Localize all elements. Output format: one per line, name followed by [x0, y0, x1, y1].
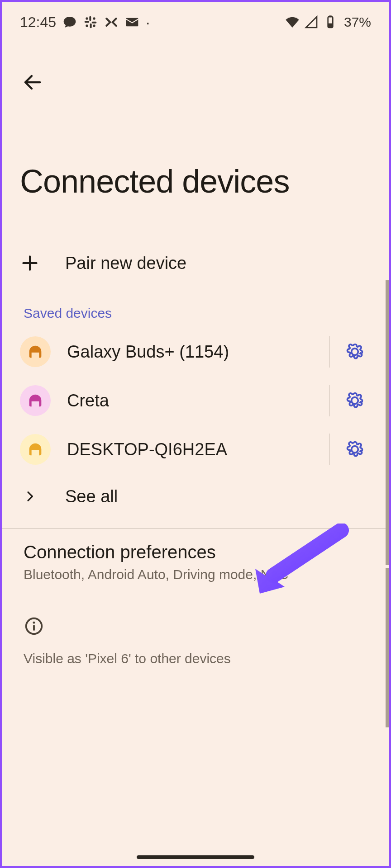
svg-rect-3 [92, 22, 97, 24]
page-title: Connected devices [2, 95, 389, 200]
status-bar-left: 12:45 · [20, 14, 150, 31]
see-all-label: See all [65, 487, 371, 506]
device-settings-button[interactable] [339, 335, 371, 368]
connection-preferences-title: Connection preferences [24, 542, 371, 562]
battery-percentage: 37% [344, 14, 371, 30]
plus-icon [20, 253, 65, 273]
device-settings-button[interactable] [339, 384, 371, 417]
chat-notification-icon [62, 15, 77, 29]
svg-rect-10 [329, 15, 331, 17]
outlook-icon [125, 15, 139, 29]
device-name[interactable]: DESKTOP-QI6H2EA [67, 440, 324, 459]
connection-preferences-subtitle: Bluetooth, Android Auto, Driving mode, N… [24, 567, 371, 582]
device-name[interactable]: Creta [67, 391, 324, 410]
headset-icon [20, 336, 51, 367]
connection-preferences-row[interactable]: Connection preferences Bluetooth, Androi… [2, 528, 389, 600]
scroll-indicator [386, 568, 389, 727]
status-bar-right: 37% [285, 14, 371, 30]
svg-rect-8 [126, 18, 138, 27]
headset-icon [20, 385, 51, 416]
svg-point-7 [93, 24, 95, 27]
gear-icon [345, 342, 365, 362]
gear-icon [345, 391, 365, 410]
chevron-right-icon [20, 489, 65, 504]
svg-point-6 [86, 24, 88, 27]
device-name[interactable]: Galaxy Buds+ (1154) [67, 342, 324, 362]
device-settings-button[interactable] [339, 433, 371, 466]
svg-rect-0 [89, 16, 91, 21]
status-bar: 12:45 · 37% [2, 2, 389, 38]
svg-point-13 [33, 622, 35, 624]
saved-devices-header: Saved devices [2, 286, 389, 327]
svg-rect-11 [329, 24, 332, 27]
visible-as-text: Visible as 'Pixel 6' to other devices [2, 638, 389, 666]
app-notification-icon [104, 15, 119, 29]
cellular-signal-icon [304, 15, 319, 29]
device-row: DESKTOP-QI6H2EA [2, 425, 389, 474]
wifi-icon [285, 15, 300, 29]
divider-line [329, 385, 329, 416]
arrow-back-icon [22, 71, 43, 93]
nav-bar-pill[interactable] [137, 855, 254, 859]
svg-rect-14 [33, 625, 35, 631]
divider-line [329, 336, 329, 368]
svg-rect-1 [85, 21, 90, 23]
svg-point-4 [86, 17, 88, 19]
scroll-indicator [386, 280, 389, 565]
svg-point-5 [93, 17, 95, 19]
status-time: 12:45 [20, 14, 56, 31]
divider-line [329, 434, 329, 465]
svg-rect-2 [90, 24, 92, 28]
back-button[interactable] [20, 70, 45, 95]
see-all-row[interactable]: See all [2, 474, 389, 519]
device-row: Galaxy Buds+ (1154) [2, 327, 389, 376]
slack-icon [83, 15, 98, 29]
gear-icon [345, 439, 365, 459]
pair-new-device-label: Pair new device [65, 254, 371, 273]
headset-icon [20, 434, 51, 465]
more-notifications-dot: · [146, 14, 150, 30]
device-row: Creta [2, 376, 389, 425]
info-icon [2, 600, 389, 638]
pair-new-device-row[interactable]: Pair new device [2, 241, 389, 286]
battery-icon [323, 15, 338, 29]
